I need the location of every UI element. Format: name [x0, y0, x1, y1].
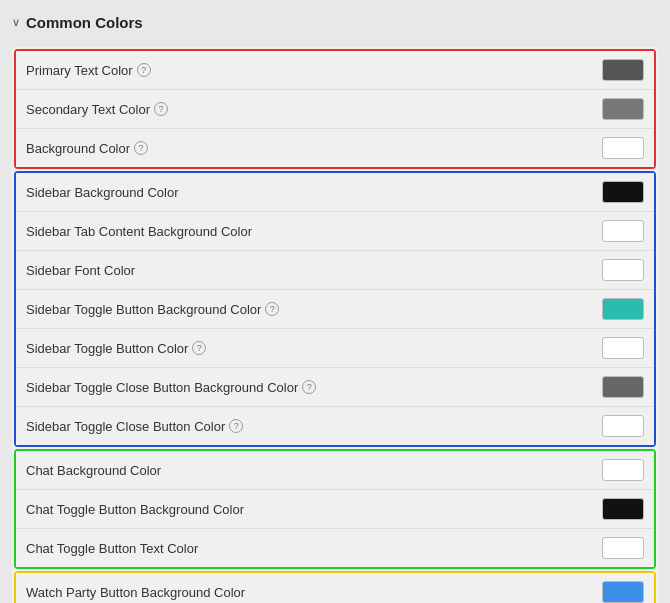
row-label-text: Sidebar Font Color	[26, 263, 135, 278]
row-label: Sidebar Toggle Close Button Color?	[26, 419, 243, 434]
color-row: Chat Background Color	[16, 451, 654, 490]
row-label-text: Sidebar Tab Content Background Color	[26, 224, 252, 239]
color-swatch[interactable]	[602, 259, 644, 281]
row-label-text: Sidebar Toggle Close Button Background C…	[26, 380, 298, 395]
color-row: Secondary Text Color?	[16, 90, 654, 129]
color-swatch[interactable]	[602, 59, 644, 81]
row-label: Sidebar Toggle Button Background Color?	[26, 302, 279, 317]
color-row: Sidebar Toggle Close Button Background C…	[16, 368, 654, 407]
row-label-text: Background Color	[26, 141, 130, 156]
color-swatch[interactable]	[602, 376, 644, 398]
row-label: Sidebar Font Color	[26, 263, 135, 278]
row-label-text: Sidebar Toggle Button Color	[26, 341, 188, 356]
row-label: Chat Toggle Button Background Color	[26, 502, 244, 517]
color-swatch[interactable]	[602, 498, 644, 520]
section-title: Common Colors	[26, 14, 143, 31]
color-group-red: Primary Text Color?Secondary Text Color?…	[14, 49, 656, 169]
help-icon[interactable]: ?	[229, 419, 243, 433]
row-label-text: Secondary Text Color	[26, 102, 150, 117]
help-icon[interactable]: ?	[134, 141, 148, 155]
color-row: Background Color?	[16, 129, 654, 167]
row-label-text: Watch Party Button Background Color	[26, 585, 245, 600]
color-rows-wrapper: Primary Text Color?Secondary Text Color?…	[12, 47, 658, 603]
color-row: Sidebar Toggle Close Button Color?	[16, 407, 654, 445]
help-icon[interactable]: ?	[154, 102, 168, 116]
color-row: Sidebar Background Color	[16, 173, 654, 212]
color-swatch[interactable]	[602, 298, 644, 320]
help-icon[interactable]: ?	[192, 341, 206, 355]
color-group-yellow: Watch Party Button Background ColorWatch…	[14, 571, 656, 603]
chevron-icon: ∨	[12, 16, 20, 29]
color-group-blue: Sidebar Background ColorSidebar Tab Cont…	[14, 171, 656, 447]
row-label-text: Chat Toggle Button Background Color	[26, 502, 244, 517]
row-label: Chat Toggle Button Text Color	[26, 541, 198, 556]
help-icon[interactable]: ?	[137, 63, 151, 77]
color-swatch[interactable]	[602, 537, 644, 559]
common-colors-panel: ∨ Common Colors Primary Text Color?Secon…	[0, 0, 670, 603]
row-label: Watch Party Button Background Color	[26, 585, 245, 600]
help-icon[interactable]: ?	[265, 302, 279, 316]
color-row: Primary Text Color?	[16, 51, 654, 90]
color-row: Watch Party Button Background Color	[16, 573, 654, 603]
row-label: Chat Background Color	[26, 463, 161, 478]
row-label-text: Chat Toggle Button Text Color	[26, 541, 198, 556]
row-label: Primary Text Color?	[26, 63, 151, 78]
color-row: Sidebar Tab Content Background Color	[16, 212, 654, 251]
row-label-text: Primary Text Color	[26, 63, 133, 78]
color-swatch[interactable]	[602, 220, 644, 242]
color-row: Sidebar Toggle Button Color?	[16, 329, 654, 368]
color-row: Sidebar Font Color	[16, 251, 654, 290]
color-row: Chat Toggle Button Background Color	[16, 490, 654, 529]
help-icon[interactable]: ?	[302, 380, 316, 394]
row-label-text: Sidebar Toggle Close Button Color	[26, 419, 225, 434]
section-header: ∨ Common Colors	[12, 10, 658, 35]
color-group-green: Chat Background ColorChat Toggle Button …	[14, 449, 656, 569]
color-swatch[interactable]	[602, 98, 644, 120]
row-label: Sidebar Toggle Close Button Background C…	[26, 380, 316, 395]
color-swatch[interactable]	[602, 415, 644, 437]
color-swatch[interactable]	[602, 581, 644, 603]
color-swatch[interactable]	[602, 459, 644, 481]
row-label: Sidebar Toggle Button Color?	[26, 341, 206, 356]
row-label: Sidebar Background Color	[26, 185, 178, 200]
color-swatch[interactable]	[602, 337, 644, 359]
row-label: Sidebar Tab Content Background Color	[26, 224, 252, 239]
color-swatch[interactable]	[602, 181, 644, 203]
color-swatch[interactable]	[602, 137, 644, 159]
row-label: Background Color?	[26, 141, 148, 156]
row-label-text: Chat Background Color	[26, 463, 161, 478]
row-label-text: Sidebar Toggle Button Background Color	[26, 302, 261, 317]
color-row: Chat Toggle Button Text Color	[16, 529, 654, 567]
row-label-text: Sidebar Background Color	[26, 185, 178, 200]
row-label: Secondary Text Color?	[26, 102, 168, 117]
color-row: Sidebar Toggle Button Background Color?	[16, 290, 654, 329]
